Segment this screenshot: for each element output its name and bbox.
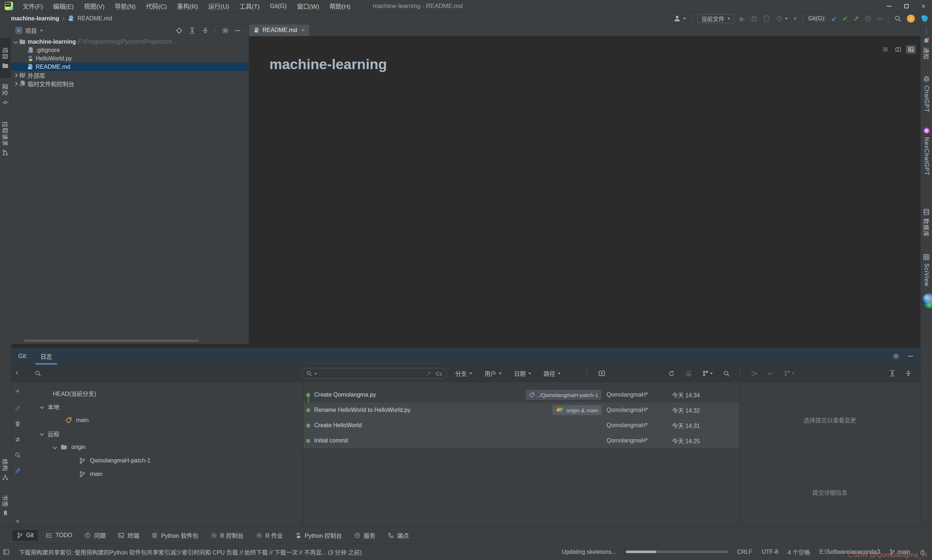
branch-ref-chip[interactable]: ../QomolangmaH-patch-1: [526, 390, 601, 400]
back-icon[interactable]: ‹: [15, 368, 18, 377]
close-tab-icon[interactable]: ×: [301, 26, 305, 34]
sidebar-item-structure[interactable]: 结构: [0, 454, 11, 486]
menu-view[interactable]: 视图(V): [84, 2, 105, 11]
branch-group-remote[interactable]: 远程: [24, 427, 303, 440]
maximize-button[interactable]: [898, 0, 915, 12]
chevron-down-icon[interactable]: [40, 30, 43, 33]
tool-windows-icon[interactable]: [3, 549, 9, 555]
git-update-button[interactable]: ↙: [831, 15, 837, 22]
collapse-all-icon[interactable]: [905, 370, 912, 377]
menu-help[interactable]: 帮助(H): [330, 2, 351, 11]
sidebar-item-chatgpt[interactable]: ChatGPT: [921, 75, 932, 124]
menu-edit[interactable]: 编辑(E): [53, 2, 74, 11]
branch-group-local[interactable]: 本地: [24, 400, 303, 413]
refresh-icon[interactable]: [668, 370, 675, 377]
toolbar-item-terminal[interactable]: 终端: [114, 529, 143, 542]
git-commit-button[interactable]: ✔: [843, 15, 847, 22]
branch-ref-chip[interactable]: origin & main: [552, 405, 601, 415]
tree-row-scratches[interactable]: 临时文件和控制台: [11, 79, 248, 88]
toolbar-item-r-console[interactable]: R R 控制台: [206, 529, 248, 542]
toolbar-item-endpoints[interactable]: 端点: [384, 529, 413, 542]
filter-date[interactable]: 日期: [514, 369, 531, 378]
chevron-down-icon[interactable]: [14, 40, 17, 44]
branch-row-remote-main[interactable]: main: [24, 467, 303, 481]
toolbar-item-todo[interactable]: TODO: [42, 530, 77, 541]
presentation-settings-button[interactable]: [702, 370, 713, 377]
profile-button[interactable]: [673, 15, 686, 23]
tree-row-readme-selected[interactable]: MD README.md: [11, 63, 248, 71]
indent-indicator[interactable]: 4 个空格: [788, 548, 810, 556]
toolbar-item-r-jobs[interactable]: R R 作业: [251, 529, 287, 542]
menu-code[interactable]: 代码(C): [146, 2, 167, 11]
project-panel-title[interactable]: 项目: [25, 26, 37, 35]
sidebar-item-pull-requests[interactable]: 拉取请求: [0, 117, 11, 161]
debug-button[interactable]: [750, 15, 758, 22]
sidebar-item-bookmarks[interactable]: 书签: [0, 491, 11, 520]
line-ending-indicator[interactable]: CRLF: [737, 549, 753, 555]
tree-row-project-root[interactable]: machine-learning F:\Programming\PycharmP…: [11, 37, 248, 46]
menu-file[interactable]: 文件(F): [23, 2, 43, 11]
run-button[interactable]: ▶: [740, 15, 745, 22]
sidebar-item-sciview[interactable]: SciView: [921, 254, 932, 294]
commit-search-input[interactable]: .* Cc: [302, 368, 447, 379]
edit-blue-icon[interactable]: [15, 468, 21, 474]
branch-group-origin[interactable]: origin: [24, 440, 303, 454]
fetch-icon[interactable]: [15, 436, 21, 443]
markdown-editor-only-button[interactable]: [880, 45, 890, 54]
toolbar-item-services[interactable]: 服务: [350, 529, 380, 542]
chevron-down-icon[interactable]: [314, 373, 317, 376]
siri-assistant-button[interactable]: [922, 293, 932, 308]
branch-search-button[interactable]: [35, 370, 41, 377]
rollback-icon[interactable]: ↩: [768, 370, 773, 377]
hide-panel-icon[interactable]: [235, 30, 240, 31]
chevron-right-icon[interactable]: [14, 73, 17, 77]
tree-row-helloworld[interactable]: HelloWorld.py: [11, 54, 248, 63]
filter-branch[interactable]: 分支: [455, 369, 472, 378]
locate-file-icon[interactable]: [176, 27, 182, 34]
sidebar-item-notifications[interactable]: 通知: [921, 37, 932, 69]
menu-git[interactable]: Git(G): [270, 3, 287, 10]
git-log-tab[interactable]: 日志: [34, 348, 59, 365]
gear-icon[interactable]: [222, 27, 229, 34]
filter-user[interactable]: 用户: [485, 369, 502, 378]
profiler-button[interactable]: [776, 15, 788, 22]
more-icon[interactable]: »: [15, 517, 19, 525]
markdown-preview-only-button[interactable]: [906, 45, 916, 54]
expand-all-icon[interactable]: [889, 370, 896, 377]
menu-run[interactable]: 运行(U): [208, 2, 230, 11]
menu-window[interactable]: 窗口(W): [297, 2, 319, 11]
commit-row[interactable]: Initial commit QomolangmaH* 今天 14:25: [303, 433, 739, 448]
git-push-button[interactable]: ↗: [853, 15, 859, 22]
layout-settings-button[interactable]: [784, 370, 794, 377]
edit-icon[interactable]: [15, 405, 21, 411]
stop-button[interactable]: ■: [793, 15, 797, 22]
git-history-button[interactable]: [864, 15, 872, 22]
expand-all-icon[interactable]: [189, 27, 196, 34]
panel-splitter[interactable]: [11, 344, 920, 348]
run-configuration-select[interactable]: 当前文件: [697, 14, 734, 23]
breadcrumb-file[interactable]: README.md: [77, 15, 112, 22]
commit-row[interactable]: Create Qomolangma.py ../QomolangmaH-patc…: [303, 387, 739, 402]
menu-tools[interactable]: 工具(T): [240, 2, 260, 11]
gear-icon[interactable]: [893, 353, 899, 360]
plugin-gem-icon[interactable]: [920, 14, 929, 23]
toolbar-item-git[interactable]: Git: [12, 530, 38, 541]
chevron-down-icon[interactable]: [53, 445, 57, 449]
merge-arrows-icon[interactable]: [751, 370, 758, 377]
toolbar-item-python-packages[interactable]: Python 软件包: [147, 529, 202, 542]
ide-update-button[interactable]: ↑: [907, 15, 915, 23]
add-branch-button[interactable]: +: [15, 387, 20, 395]
delete-icon[interactable]: [15, 421, 21, 427]
sidebar-item-database[interactable]: 数据库: [921, 209, 932, 248]
menu-refactor[interactable]: 重构(R): [177, 2, 198, 11]
coverage-button[interactable]: [763, 15, 770, 22]
cherry-pick-icon[interactable]: [685, 370, 692, 377]
search-icon[interactable]: [15, 452, 21, 458]
menu-navigate[interactable]: 导航(N): [115, 2, 136, 11]
status-message[interactable]: 下载预构建共享索引: 使用预构建的Python 软件包共享索引减少索引时间和 C…: [19, 548, 362, 556]
search-icon[interactable]: [723, 370, 730, 377]
chevron-down-icon[interactable]: [40, 405, 44, 409]
match-case-toggle[interactable]: Cc: [436, 371, 442, 377]
sidebar-item-nexchatgpt[interactable]: NexChatGPT: [921, 127, 932, 186]
horizontal-scrollbar[interactable]: [24, 340, 199, 342]
